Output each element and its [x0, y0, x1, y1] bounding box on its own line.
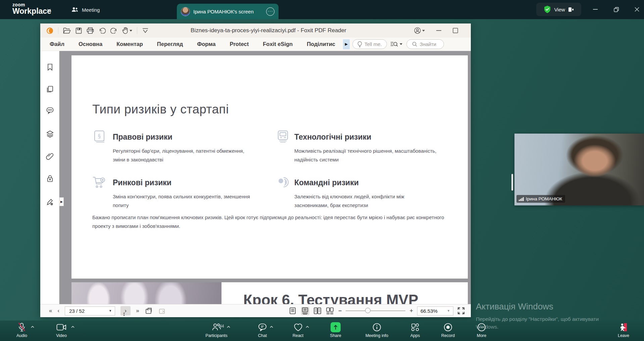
audio-options-chevron-icon[interactable] — [31, 326, 34, 328]
next-view-button[interactable] — [158, 307, 166, 314]
tell-me-input[interactable]: Tell me. — [352, 39, 387, 49]
react-options-chevron-icon[interactable] — [306, 326, 309, 328]
risk-body: Можливість реалізації технічного рішення… — [294, 147, 439, 164]
audio-button[interactable]: Audio — [7, 322, 37, 338]
chat-button[interactable]: Chat — [247, 322, 278, 338]
account-button[interactable] — [414, 27, 425, 34]
facing-continuous-view-button[interactable] — [326, 307, 334, 315]
comments-panel-icon[interactable] — [46, 106, 54, 114]
video-label: Video — [56, 333, 67, 338]
participant-name: Ірина РОМАНЮК — [526, 196, 562, 201]
video-options-chevron-icon[interactable] — [71, 326, 75, 328]
previous-page-button[interactable]: ‹ — [57, 307, 59, 314]
record-label: Record — [441, 333, 455, 338]
camera-icon — [56, 324, 66, 331]
slide-footer: Бажано прописати план пом'якшення ключов… — [92, 213, 460, 231]
logo-line2: Workplace — [12, 7, 51, 16]
tab-meeting-label: Meeting — [82, 7, 100, 13]
zoom-level-input[interactable]: 66.53% ▼ — [417, 306, 453, 315]
security-panel-icon[interactable] — [46, 175, 54, 183]
menu-protect[interactable]: Protect — [230, 41, 256, 47]
apps-icon — [411, 323, 419, 332]
attachments-panel-icon[interactable] — [46, 152, 54, 160]
heart-icon — [294, 323, 303, 332]
navigation-sidebar — [40, 51, 59, 304]
participant-video-tile[interactable]: Ірина РОМАНЮК — [514, 134, 644, 205]
meeting-info-button[interactable]: Meeting info — [362, 322, 392, 338]
undo-icon[interactable] — [99, 28, 106, 34]
menu-share[interactable]: Поділитис — [307, 41, 342, 47]
find-input[interactable]: Знайти — [406, 39, 444, 49]
share-button[interactable]: Share — [320, 322, 351, 338]
pages-panel-icon[interactable] — [46, 85, 54, 93]
participants-button[interactable]: Participants 44 — [201, 322, 232, 338]
menu-home[interactable]: Основна — [79, 41, 109, 47]
previous-view-button[interactable] — [145, 307, 153, 314]
security-shield-icon — [544, 5, 551, 13]
chat-options-chevron-icon[interactable] — [270, 326, 273, 328]
menu-comment[interactable]: Коментар — [116, 41, 150, 47]
continuous-view-button[interactable] — [301, 307, 309, 315]
apps-button[interactable]: Apps — [400, 322, 430, 338]
audio-label: Audio — [16, 333, 27, 338]
chevron-down-icon — [400, 43, 402, 45]
next-page-title: Крок 6. Тестування MVP — [243, 292, 418, 304]
zoom-workplace-logo[interactable]: zoom Workplace — [12, 2, 51, 16]
bookmarks-panel-icon[interactable] — [46, 63, 54, 71]
first-page-button[interactable]: « — [49, 307, 52, 314]
tab-options-icon[interactable]: ··· — [266, 7, 275, 16]
more-button[interactable]: More — [466, 322, 497, 338]
save-icon[interactable] — [76, 28, 82, 34]
facing-view-button[interactable] — [313, 307, 322, 315]
zoom-slider[interactable] — [346, 310, 405, 311]
tab-shared-screen[interactable]: Ірина РОМАНЮК's screen ··· — [177, 4, 279, 19]
next-page-button[interactable]: › ↕ — [120, 306, 131, 315]
pdf-page-next-preview: Крок 6. Тестування MVP — [71, 282, 468, 304]
law-book-icon: § — [93, 130, 106, 143]
watermark-title: Активація Windows — [476, 301, 620, 312]
last-page-button[interactable]: » — [136, 307, 139, 314]
chevron-down-icon[interactable] — [47, 9, 51, 11]
zoom-slider-knob[interactable] — [365, 308, 370, 313]
zoom-in-button[interactable]: + — [409, 307, 413, 314]
window-maximize-icon[interactable] — [453, 28, 458, 33]
record-button[interactable]: Record — [433, 322, 463, 338]
customize-toolbar-icon[interactable] — [142, 28, 149, 33]
redo-icon[interactable] — [110, 28, 117, 34]
chat-icon — [258, 323, 267, 332]
print-icon[interactable] — [87, 27, 94, 34]
window-minimize-icon[interactable] — [436, 30, 441, 31]
tell-me-placeholder: Tell me. — [364, 41, 382, 47]
zoom-titlebar: zoom Workplace Meeting Ірина РОМАНЮК's s… — [0, 0, 644, 19]
view-button[interactable]: View — [536, 3, 581, 16]
close-button[interactable] — [632, 4, 642, 15]
open-file-icon[interactable] — [63, 28, 71, 34]
react-button[interactable]: React — [283, 322, 313, 338]
menu-overflow-arrow-icon[interactable]: ▶ — [343, 39, 350, 49]
leave-icon — [619, 323, 628, 332]
sidebar-expand-arrow[interactable]: ▶ — [59, 197, 64, 206]
tab-meeting[interactable]: Meeting — [71, 4, 100, 15]
menu-esign[interactable]: Foxit eSign — [263, 41, 300, 47]
pdf-viewer-area: ▶ Типи ризиків у стартапі § Правові ризи… — [40, 51, 471, 304]
zoom-out-button[interactable]: − — [338, 307, 342, 314]
search-options-button[interactable] — [390, 41, 402, 47]
participants-options-chevron-icon[interactable] — [227, 326, 230, 328]
shared-screen-stage: Biznes-ideya-ta-proces-yiyi-realizaciyi.… — [0, 19, 644, 321]
menu-form[interactable]: Форма — [197, 41, 222, 47]
menu-file[interactable]: Файл — [50, 41, 71, 47]
minimize-button[interactable] — [590, 4, 601, 15]
maximize-button[interactable] — [611, 4, 622, 15]
fullscreen-icon[interactable] — [457, 307, 465, 314]
hand-tool-button[interactable] — [122, 27, 132, 34]
page-number-input[interactable]: 23 / 52 ▼ — [65, 306, 115, 315]
layers-panel-icon[interactable] — [46, 130, 54, 138]
chat-label: Chat — [258, 333, 267, 338]
leave-button[interactable]: Leave — [608, 322, 639, 338]
menu-view[interactable]: Перегляд — [157, 41, 190, 47]
single-page-view-button[interactable] — [289, 307, 297, 315]
lightbulb-icon — [357, 41, 362, 47]
video-panel-drag-handle[interactable] — [511, 174, 513, 191]
video-button[interactable]: Video — [46, 322, 77, 338]
signature-panel-icon[interactable] — [46, 198, 54, 206]
